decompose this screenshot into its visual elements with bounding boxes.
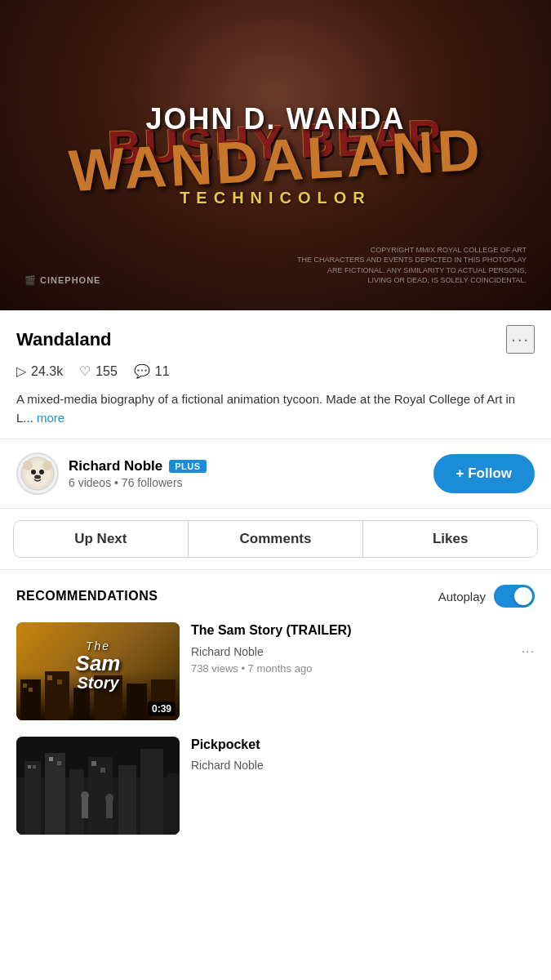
- svg-rect-34: [106, 800, 113, 818]
- svg-rect-11: [47, 675, 52, 680]
- svg-point-3: [42, 461, 52, 470]
- svg-rect-25: [167, 773, 180, 835]
- video-overlay-logo: 🎬 CINEPHONE: [24, 275, 100, 286]
- comments-stat[interactable]: 💬 11: [134, 363, 170, 379]
- svg-point-5: [39, 470, 44, 474]
- toggle-knob: [514, 587, 532, 605]
- svg-point-6: [34, 475, 41, 479]
- likes-stat[interactable]: ♡ 155: [79, 363, 118, 379]
- recommendations-header: RECOMMENDATIONS Autoplay: [16, 585, 535, 608]
- sam-story-meta: 738 views • 7 months ago: [191, 662, 535, 675]
- pickpocket-thumb-art: [16, 737, 180, 835]
- comment-icon: 💬: [134, 363, 150, 379]
- svg-rect-19: [24, 761, 41, 835]
- video-thumbnail-sam: The Sam Story 0:39: [16, 622, 180, 720]
- more-options-button[interactable]: ···: [506, 325, 535, 354]
- recommendations-section: RECOMMENDATIONS Autoplay: [0, 570, 551, 859]
- svg-rect-15: [127, 684, 147, 720]
- autoplay-toggle[interactable]: [494, 585, 535, 608]
- svg-rect-26: [28, 765, 31, 768]
- video-card-sam-story[interactable]: The Sam Story 0:39 The Sam Story (TRAILE…: [16, 622, 535, 720]
- svg-rect-28: [49, 757, 53, 761]
- avatar-icon: [20, 456, 56, 492]
- sam-story-creator: Richard Noble: [191, 645, 264, 658]
- svg-rect-12: [57, 679, 62, 684]
- svg-rect-31: [100, 768, 105, 773]
- video-thumbnail[interactable]: JOHN D. WANDA BUSHY BEAR WANDALAND TECHN…: [0, 0, 551, 310]
- svg-point-4: [31, 470, 36, 474]
- creator-meta: 6 videos • 76 followers: [69, 476, 207, 489]
- svg-point-2: [23, 461, 33, 470]
- svg-rect-30: [91, 761, 96, 766]
- pickpocket-title: Pickpocket: [191, 737, 535, 754]
- comments-count: 11: [155, 364, 170, 379]
- likes-count: 155: [96, 364, 118, 379]
- creator-name[interactable]: Richard Noble: [69, 458, 162, 474]
- autoplay-row: Autoplay: [438, 585, 535, 608]
- svg-rect-24: [140, 749, 163, 835]
- recommendations-title: RECOMMENDATIONS: [16, 589, 158, 604]
- video-description: A mixed-media biography of a fictional a…: [16, 390, 535, 427]
- autoplay-label: Autoplay: [438, 590, 486, 604]
- svg-rect-32: [82, 798, 88, 818]
- svg-rect-23: [118, 765, 136, 835]
- play-icon: ▷: [16, 363, 26, 379]
- creator-avatar[interactable]: [16, 452, 59, 495]
- views-stat: ▷ 24.3k: [16, 363, 63, 379]
- sam-story-duration: 0:39: [148, 702, 176, 716]
- svg-rect-8: [23, 684, 27, 688]
- sam-story-info: The Sam Story (TRAILER) Richard Noble ··…: [191, 622, 535, 675]
- info-section: Wandaland ··· ▷ 24.3k ♡ 155 💬 11 A mixed…: [0, 310, 551, 439]
- svg-rect-9: [29, 688, 33, 692]
- svg-rect-13: [73, 688, 90, 720]
- tab-comments[interactable]: Comments: [189, 521, 362, 557]
- tab-up-next[interactable]: Up Next: [14, 521, 188, 557]
- creator-info: Richard Noble PLUS 6 videos • 76 followe…: [69, 458, 207, 489]
- creator-section: Richard Noble PLUS 6 videos • 76 followe…: [0, 439, 551, 509]
- video-overlay-technicolor: TECHNICOLOR: [180, 189, 371, 207]
- pickpocket-creator: Richard Noble: [191, 759, 264, 772]
- tabs-section: Up Next Comments Likes: [0, 509, 551, 570]
- svg-point-35: [105, 794, 113, 802]
- stats-row: ▷ 24.3k ♡ 155 💬 11: [16, 363, 535, 379]
- svg-rect-29: [57, 761, 61, 765]
- heart-icon: ♡: [79, 363, 91, 379]
- tab-likes[interactable]: Likes: [363, 521, 537, 557]
- video-title: Wandaland: [16, 329, 112, 350]
- views-count: 24.3k: [31, 364, 63, 379]
- follow-button[interactable]: + Follow: [433, 454, 535, 493]
- sam-story-options[interactable]: ···: [522, 644, 535, 659]
- creator-left: Richard Noble PLUS 6 videos • 76 followe…: [16, 452, 207, 495]
- svg-rect-20: [45, 753, 65, 835]
- sam-story-title: The Sam Story (TRAILER): [191, 622, 535, 639]
- pickpocket-info: Pickpocket Richard Noble: [191, 737, 535, 775]
- svg-point-33: [81, 791, 89, 800]
- plus-badge: PLUS: [169, 460, 206, 473]
- video-thumbnail-pickpocket: [16, 737, 180, 835]
- tabs-container: Up Next Comments Likes: [13, 520, 538, 558]
- video-overlay-copyright: COPYRIGHT MMIX ROYAL COLLEGE OF ARTTHE C…: [297, 245, 527, 286]
- svg-rect-27: [33, 765, 36, 768]
- video-card-pickpocket[interactable]: Pickpocket Richard Noble: [16, 737, 535, 835]
- description-more-link[interactable]: more: [37, 411, 64, 425]
